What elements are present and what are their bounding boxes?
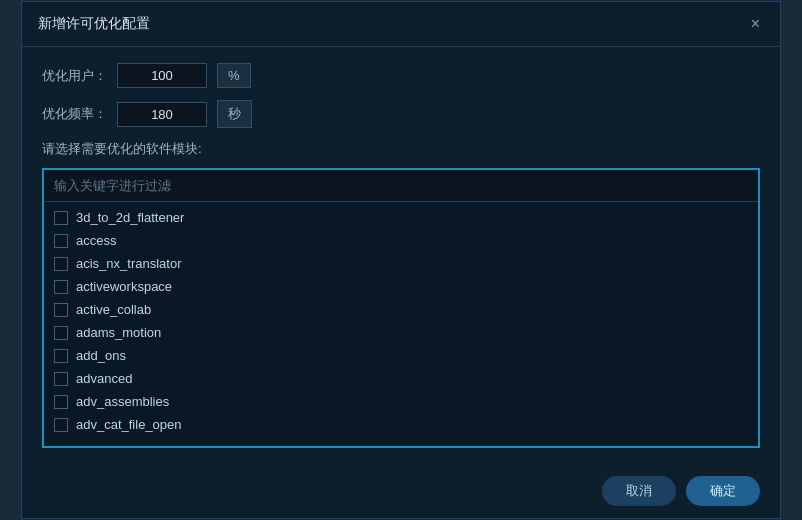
list-item[interactable]: advanced [44,367,758,390]
module-checkbox[interactable] [54,372,68,386]
filter-input[interactable] [44,170,758,202]
list-item[interactable]: activeworkspace [44,275,758,298]
users-row: 优化用户： % [42,63,760,88]
module-name: active_collab [76,302,151,317]
module-checkbox[interactable] [54,349,68,363]
module-checkbox[interactable] [54,280,68,294]
users-input[interactable] [117,63,207,88]
list-item[interactable]: acis_nx_translator [44,252,758,275]
section-label: 请选择需要优化的软件模块: [42,140,760,158]
module-checkbox[interactable] [54,303,68,317]
module-list: 3d_to_2d_flatteneraccessacis_nx_translat… [44,202,758,446]
module-checkbox[interactable] [54,418,68,432]
module-name: 3d_to_2d_flattener [76,210,184,225]
dialog-footer: 取消 确定 [22,464,780,518]
module-name: adv_cat_file_open [76,417,182,432]
users-unit: % [217,63,251,88]
freq-input[interactable] [117,102,207,127]
users-label: 优化用户： [42,67,107,85]
confirm-button[interactable]: 确定 [686,476,760,506]
list-item[interactable]: 3d_to_2d_flattener [44,206,758,229]
list-item[interactable]: access [44,229,758,252]
dialog: 新增许可优化配置 × 优化用户： % 优化频率： 秒 请选择需要优化的软件模块:… [21,1,781,519]
module-checkbox[interactable] [54,211,68,225]
dialog-title: 新增许可优化配置 [38,15,150,33]
module-checkbox[interactable] [54,395,68,409]
list-item[interactable]: adams_motion [44,321,758,344]
module-name: add_ons [76,348,126,363]
module-name: advanced [76,371,132,386]
list-item[interactable]: add_ons [44,344,758,367]
module-list-container: 3d_to_2d_flatteneraccessacis_nx_translat… [42,168,760,448]
list-item[interactable]: active_collab [44,298,758,321]
list-item[interactable]: adv_assemblies [44,390,758,413]
module-name: access [76,233,116,248]
module-name: adv_assemblies [76,394,169,409]
module-name: activeworkspace [76,279,172,294]
dialog-header: 新增许可优化配置 × [22,2,780,47]
freq-label: 优化频率： [42,105,107,123]
list-item[interactable]: adv_cat_file_open [44,413,758,436]
freq-row: 优化频率： 秒 [42,100,760,128]
cancel-button[interactable]: 取消 [602,476,676,506]
dialog-body: 优化用户： % 优化频率： 秒 请选择需要优化的软件模块: 3d_to_2d_f… [22,47,780,464]
module-checkbox[interactable] [54,326,68,340]
module-name: adams_motion [76,325,161,340]
module-checkbox[interactable] [54,257,68,271]
module-name: acis_nx_translator [76,256,182,271]
module-checkbox[interactable] [54,234,68,248]
close-button[interactable]: × [747,14,764,34]
freq-unit: 秒 [217,100,252,128]
